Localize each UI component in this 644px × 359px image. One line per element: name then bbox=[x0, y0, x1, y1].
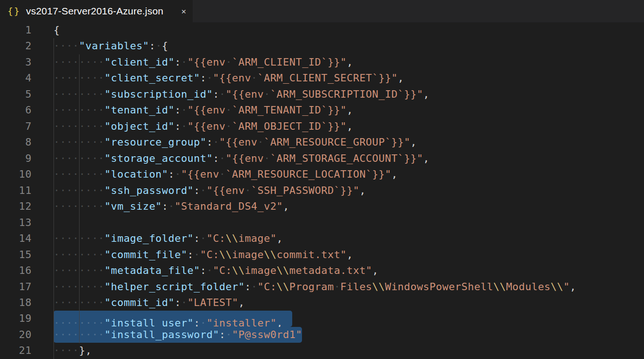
code-line[interactable]: 7········"object_id":·"{{env·`ARM_OBJECT… bbox=[0, 119, 644, 134]
line-content: ········"image_folder":·"C:\\image", bbox=[54, 231, 283, 246]
token: `ARM_SUBSCRIPTION_ID`}}" bbox=[270, 88, 423, 100]
line-number[interactable]: 6 bbox=[0, 102, 32, 118]
code-line[interactable]: 21····}, bbox=[0, 343, 644, 359]
line-number[interactable]: 12 bbox=[0, 199, 32, 214]
line-content: ········"storage_account":·"{{env·`ARM_S… bbox=[54, 151, 429, 166]
line-content: ········"vm_size":·"Standard_DS4_v2", bbox=[54, 199, 289, 214]
token: , bbox=[391, 168, 398, 180]
token: `ARM_RESOURCE_LOCATION`}}" bbox=[226, 168, 391, 180]
token: , bbox=[347, 104, 353, 116]
token: "commit_file" bbox=[105, 249, 188, 260]
token: , bbox=[423, 153, 429, 164]
token: \\ bbox=[550, 281, 563, 293]
line-number[interactable]: 15 bbox=[0, 247, 32, 263]
token: "{{env bbox=[207, 185, 245, 196]
line-number[interactable]: 13 bbox=[0, 215, 32, 231]
token: `ARM_TENANT_ID`}}" bbox=[232, 104, 347, 116]
whitespace-dots: · bbox=[226, 329, 232, 340]
token: "helper_script_folder" bbox=[105, 281, 245, 293]
whitespace-dots: ········ bbox=[54, 297, 105, 308]
line-number[interactable]: 9 bbox=[0, 151, 32, 166]
whitespace-dots: ········ bbox=[54, 136, 105, 148]
code-line[interactable]: 9········"storage_account":·"{{env·`ARM_… bbox=[0, 151, 644, 166]
line-text: ········"resource_group":·"{{env·`ARM_RE… bbox=[54, 134, 417, 150]
line-number[interactable]: 7 bbox=[0, 119, 32, 134]
code-line[interactable]: 11········"ssh_password":·"{{env·`SSH_PA… bbox=[0, 183, 644, 199]
code-line[interactable]: 20········"install_password":·"P@ssw0rd1… bbox=[0, 327, 644, 343]
code-line[interactable]: 8········"resource_group":·"{{env·`ARM_R… bbox=[0, 134, 644, 150]
code-line[interactable]: 6········"tenant_id":·"{{env·`ARM_TENANT… bbox=[0, 102, 644, 118]
whitespace-dots: ········ bbox=[54, 185, 105, 196]
token: Modules bbox=[506, 281, 550, 293]
whitespace-dots: ········ bbox=[54, 200, 105, 212]
line-number[interactable]: 16 bbox=[0, 263, 32, 279]
line-number[interactable]: 21 bbox=[0, 343, 32, 359]
token: "client_id" bbox=[105, 56, 175, 68]
code-line[interactable]: 13 bbox=[0, 215, 644, 231]
code-line[interactable]: 17········"helper_script_folder":·"C:\\P… bbox=[0, 279, 644, 295]
line-number[interactable]: 3 bbox=[0, 54, 32, 70]
tab-close-icon[interactable]: ✕ bbox=[181, 7, 186, 16]
whitespace-dots: ········ bbox=[54, 265, 105, 276]
token: , bbox=[347, 120, 353, 132]
line-number[interactable]: 17 bbox=[0, 279, 32, 295]
code-line[interactable]: 10········"location":·"{{env·`ARM_RESOUR… bbox=[0, 166, 644, 182]
token: "C: bbox=[200, 249, 219, 260]
token: : bbox=[174, 120, 181, 132]
line-number[interactable]: 14 bbox=[0, 231, 32, 246]
code-line[interactable]: 12········"vm_size":·"Standard_DS4_v2", bbox=[0, 199, 644, 214]
whitespace-dots: ········ bbox=[54, 88, 105, 100]
token: , bbox=[276, 233, 283, 244]
token: commit.txt" bbox=[276, 249, 347, 260]
line-number[interactable]: 20 bbox=[0, 327, 32, 343]
code-line[interactable]: 19········"install_user":·"installer", bbox=[0, 311, 644, 326]
token: `SSH_PASSWORD`}}" bbox=[251, 185, 360, 196]
token: : bbox=[174, 56, 181, 68]
code-line[interactable]: 2····"variables":·{ bbox=[0, 38, 644, 54]
token: "client_secret" bbox=[105, 72, 200, 84]
token: : bbox=[162, 200, 168, 212]
line-number[interactable]: 5 bbox=[0, 86, 32, 102]
line-text: ········"tenant_id":·"{{env·`ARM_TENANT_… bbox=[54, 102, 353, 118]
line-content: ········"commit_file":·"C:\\image\\commi… bbox=[54, 247, 353, 263]
token: \\ bbox=[219, 249, 232, 260]
code-line[interactable]: 3········"client_id":·"{{env·`ARM_CLIENT… bbox=[0, 54, 644, 70]
line-number[interactable]: 1 bbox=[0, 22, 32, 38]
line-content: ········"client_secret":·"{{env·`ARM_CLI… bbox=[54, 70, 404, 86]
whitespace-dots: · bbox=[251, 281, 258, 293]
line-number[interactable]: 10 bbox=[0, 166, 32, 182]
token: `ARM_STORAGE_ACCOUNT`}}" bbox=[270, 153, 423, 164]
line-content: ····}, bbox=[54, 343, 92, 359]
token: \\ bbox=[226, 233, 238, 244]
line-text: ········"metadata_file":·"C:\\image\\met… bbox=[54, 263, 379, 279]
token: , bbox=[347, 249, 353, 260]
code-line[interactable]: 4········"client_secret":·"{{env·`ARM_CL… bbox=[0, 70, 644, 86]
tab-vs2017-server2016-azure[interactable]: {} vs2017-Server2016-Azure.json ✕ bbox=[0, 0, 193, 22]
line-number[interactable]: 19 bbox=[0, 311, 32, 326]
token: \\ bbox=[493, 281, 506, 293]
code-line[interactable]: 14········"image_folder":·"C:\\image", bbox=[0, 231, 644, 246]
code-line[interactable]: 5········"subscription_id":·"{{env·`ARM_… bbox=[0, 86, 644, 102]
token: : bbox=[245, 281, 251, 293]
line-number[interactable]: 11 bbox=[0, 183, 32, 199]
token: "storage_account" bbox=[105, 153, 213, 164]
line-number[interactable]: 4 bbox=[0, 70, 32, 86]
line-number[interactable]: 8 bbox=[0, 134, 32, 150]
editor[interactable]: 1{2····"variables":·{3········"client_id… bbox=[0, 22, 644, 359]
line-number[interactable]: 2 bbox=[0, 38, 32, 54]
whitespace-dots: ········ bbox=[54, 120, 105, 132]
whitespace-dots: · bbox=[219, 88, 226, 100]
token: `ARM_CLIENT_ID`}}" bbox=[232, 56, 347, 68]
token: "subscription_id" bbox=[105, 88, 213, 100]
whitespace-dots: · bbox=[226, 104, 232, 116]
token: : bbox=[207, 136, 213, 148]
line-content: ········"commit_id":·"LATEST", bbox=[54, 295, 245, 311]
code-line[interactable]: 1{ bbox=[0, 22, 644, 38]
line-number[interactable]: 18 bbox=[0, 295, 32, 311]
token: \\ bbox=[232, 265, 245, 276]
line-content: ········"install_password":·"P@ssw0rd1" bbox=[54, 327, 302, 343]
code-line[interactable]: 18········"commit_id":·"LATEST", bbox=[0, 295, 644, 311]
code-line[interactable]: 16········"metadata_file":·"C:\\image\\m… bbox=[0, 263, 644, 279]
tab-bar: {} vs2017-Server2016-Azure.json ✕ bbox=[0, 0, 644, 22]
code-line[interactable]: 15········"commit_file":·"C:\\image\\com… bbox=[0, 247, 644, 263]
